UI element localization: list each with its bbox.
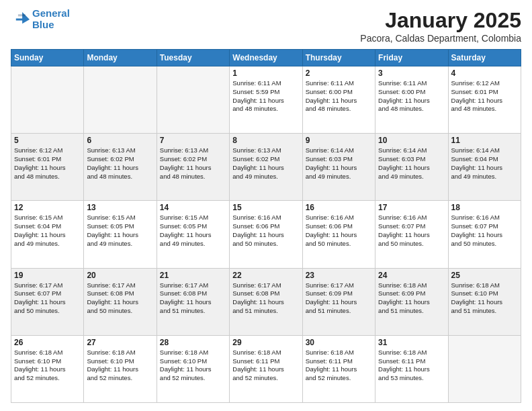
- day-number: 13: [87, 203, 153, 212]
- page: General Blue January 2025 Pacora, Caldas…: [0, 0, 532, 411]
- calendar-cell: 6Sunrise: 6:13 AM Sunset: 6:02 PM Daylig…: [84, 134, 157, 201]
- week-row-3: 12Sunrise: 6:15 AM Sunset: 6:04 PM Dayli…: [11, 201, 521, 268]
- day-number: 8: [232, 136, 299, 145]
- calendar-cell: [157, 66, 229, 134]
- header: General Blue January 2025 Pacora, Caldas…: [11, 8, 521, 44]
- day-number: 19: [14, 271, 81, 280]
- day-number: 31: [378, 338, 445, 347]
- day-number: 16: [306, 203, 372, 212]
- calendar-cell: 5Sunrise: 6:12 AM Sunset: 6:01 PM Daylig…: [11, 134, 84, 201]
- cell-info: Sunrise: 6:18 AM Sunset: 6:09 PM Dayligh…: [378, 281, 445, 316]
- day-number: 9: [306, 136, 372, 145]
- calendar-cell: 30Sunrise: 6:18 AM Sunset: 6:11 PM Dayli…: [302, 335, 375, 402]
- calendar-cell: 22Sunrise: 6:17 AM Sunset: 6:08 PM Dayli…: [230, 268, 302, 335]
- calendar-cell: 7Sunrise: 6:13 AM Sunset: 6:02 PM Daylig…: [157, 134, 229, 201]
- cell-info: Sunrise: 6:17 AM Sunset: 6:08 PM Dayligh…: [232, 281, 299, 316]
- calendar-cell: [84, 66, 157, 134]
- day-header-tuesday: Tuesday: [157, 50, 229, 66]
- calendar-cell: 3Sunrise: 6:11 AM Sunset: 6:00 PM Daylig…: [375, 66, 448, 134]
- cell-info: Sunrise: 6:18 AM Sunset: 6:11 PM Dayligh…: [232, 349, 299, 383]
- day-header-thursday: Thursday: [302, 50, 375, 66]
- logo: General Blue: [11, 8, 70, 30]
- calendar-cell: 1Sunrise: 6:11 AM Sunset: 5:59 PM Daylig…: [230, 66, 302, 134]
- day-number: 20: [87, 271, 153, 280]
- cell-info: Sunrise: 6:17 AM Sunset: 6:07 PM Dayligh…: [14, 281, 81, 316]
- day-number: 23: [306, 271, 372, 280]
- day-number: 25: [451, 271, 518, 280]
- day-header-saturday: Saturday: [448, 50, 521, 66]
- day-number: 30: [306, 338, 372, 347]
- day-number: 14: [160, 203, 226, 212]
- cell-info: Sunrise: 6:15 AM Sunset: 6:05 PM Dayligh…: [87, 214, 153, 248]
- day-number: 24: [378, 271, 445, 280]
- cell-info: Sunrise: 6:16 AM Sunset: 6:06 PM Dayligh…: [232, 214, 299, 248]
- calendar-cell: 11Sunrise: 6:14 AM Sunset: 6:04 PM Dayli…: [448, 134, 521, 201]
- day-number: 27: [87, 338, 153, 347]
- cell-info: Sunrise: 6:14 AM Sunset: 6:04 PM Dayligh…: [451, 146, 518, 181]
- day-number: 2: [306, 68, 372, 78]
- calendar-cell: 31Sunrise: 6:18 AM Sunset: 6:11 PM Dayli…: [375, 335, 448, 402]
- day-number: 22: [232, 271, 299, 280]
- cell-info: Sunrise: 6:16 AM Sunset: 6:07 PM Dayligh…: [378, 214, 445, 248]
- cell-info: Sunrise: 6:17 AM Sunset: 6:08 PM Dayligh…: [160, 281, 226, 316]
- day-number: 1: [232, 68, 299, 78]
- cell-info: Sunrise: 6:14 AM Sunset: 6:03 PM Dayligh…: [378, 146, 445, 181]
- day-number: 11: [451, 136, 518, 145]
- day-number: 4: [451, 68, 518, 78]
- day-header-sunday: Sunday: [11, 50, 84, 66]
- week-row-1: 1Sunrise: 6:11 AM Sunset: 5:59 PM Daylig…: [11, 66, 521, 134]
- calendar-cell: 13Sunrise: 6:15 AM Sunset: 6:05 PM Dayli…: [84, 201, 157, 268]
- calendar-cell: 21Sunrise: 6:17 AM Sunset: 6:08 PM Dayli…: [157, 268, 229, 335]
- calendar-cell: 18Sunrise: 6:16 AM Sunset: 6:07 PM Dayli…: [448, 201, 521, 268]
- cell-info: Sunrise: 6:18 AM Sunset: 6:10 PM Dayligh…: [160, 349, 226, 383]
- calendar-table: SundayMondayTuesdayWednesdayThursdayFrid…: [11, 49, 521, 403]
- calendar-cell: [11, 66, 84, 134]
- calendar-cell: 29Sunrise: 6:18 AM Sunset: 6:11 PM Dayli…: [230, 335, 302, 402]
- day-header-wednesday: Wednesday: [230, 50, 302, 66]
- calendar-cell: 16Sunrise: 6:16 AM Sunset: 6:06 PM Dayli…: [302, 201, 375, 268]
- svg-marker-0: [16, 12, 30, 24]
- calendar-cell: 28Sunrise: 6:18 AM Sunset: 6:10 PM Dayli…: [157, 335, 229, 402]
- cell-info: Sunrise: 6:13 AM Sunset: 6:02 PM Dayligh…: [87, 146, 153, 181]
- cell-info: Sunrise: 6:17 AM Sunset: 6:09 PM Dayligh…: [306, 281, 372, 316]
- calendar-cell: 9Sunrise: 6:14 AM Sunset: 6:03 PM Daylig…: [302, 134, 375, 201]
- cell-info: Sunrise: 6:15 AM Sunset: 6:05 PM Dayligh…: [160, 214, 226, 248]
- day-number: 18: [451, 203, 518, 212]
- cell-info: Sunrise: 6:18 AM Sunset: 6:11 PM Dayligh…: [378, 349, 445, 383]
- calendar-cell: 25Sunrise: 6:18 AM Sunset: 6:10 PM Dayli…: [448, 268, 521, 335]
- cell-info: Sunrise: 6:14 AM Sunset: 6:03 PM Dayligh…: [306, 146, 372, 181]
- calendar-cell: 12Sunrise: 6:15 AM Sunset: 6:04 PM Dayli…: [11, 201, 84, 268]
- day-number: 3: [378, 68, 445, 78]
- day-number: 12: [14, 203, 81, 212]
- logo-icon: [11, 10, 30, 29]
- day-header-monday: Monday: [84, 50, 157, 66]
- logo-text: General Blue: [32, 8, 70, 30]
- calendar-cell: 23Sunrise: 6:17 AM Sunset: 6:09 PM Dayli…: [302, 268, 375, 335]
- calendar-cell: 14Sunrise: 6:15 AM Sunset: 6:05 PM Dayli…: [157, 201, 229, 268]
- cell-info: Sunrise: 6:18 AM Sunset: 6:10 PM Dayligh…: [451, 281, 518, 316]
- day-header-friday: Friday: [375, 50, 448, 66]
- cell-info: Sunrise: 6:17 AM Sunset: 6:08 PM Dayligh…: [87, 281, 153, 316]
- cell-info: Sunrise: 6:12 AM Sunset: 6:01 PM Dayligh…: [14, 146, 81, 181]
- header-row: SundayMondayTuesdayWednesdayThursdayFrid…: [11, 50, 521, 66]
- calendar-cell: 15Sunrise: 6:16 AM Sunset: 6:06 PM Dayli…: [230, 201, 302, 268]
- calendar-cell: 20Sunrise: 6:17 AM Sunset: 6:08 PM Dayli…: [84, 268, 157, 335]
- week-row-4: 19Sunrise: 6:17 AM Sunset: 6:07 PM Dayli…: [11, 268, 521, 335]
- calendar-cell: 4Sunrise: 6:12 AM Sunset: 6:01 PM Daylig…: [448, 66, 521, 134]
- cell-info: Sunrise: 6:13 AM Sunset: 6:02 PM Dayligh…: [160, 146, 226, 181]
- svg-marker-1: [18, 14, 26, 16]
- subtitle: Pacora, Caldas Department, Colombia: [360, 33, 521, 44]
- calendar-cell: [448, 335, 521, 402]
- day-number: 10: [378, 136, 445, 145]
- calendar-cell: 19Sunrise: 6:17 AM Sunset: 6:07 PM Dayli…: [11, 268, 84, 335]
- month-title: January 2025: [360, 8, 521, 33]
- day-number: 29: [232, 338, 299, 347]
- day-number: 21: [160, 271, 226, 280]
- calendar-cell: 2Sunrise: 6:11 AM Sunset: 6:00 PM Daylig…: [302, 66, 375, 134]
- cell-info: Sunrise: 6:13 AM Sunset: 6:02 PM Dayligh…: [232, 146, 299, 181]
- day-number: 28: [160, 338, 226, 347]
- cell-info: Sunrise: 6:16 AM Sunset: 6:07 PM Dayligh…: [451, 214, 518, 248]
- cell-info: Sunrise: 6:16 AM Sunset: 6:06 PM Dayligh…: [306, 214, 372, 248]
- week-row-2: 5Sunrise: 6:12 AM Sunset: 6:01 PM Daylig…: [11, 134, 521, 201]
- week-row-5: 26Sunrise: 6:18 AM Sunset: 6:10 PM Dayli…: [11, 335, 521, 402]
